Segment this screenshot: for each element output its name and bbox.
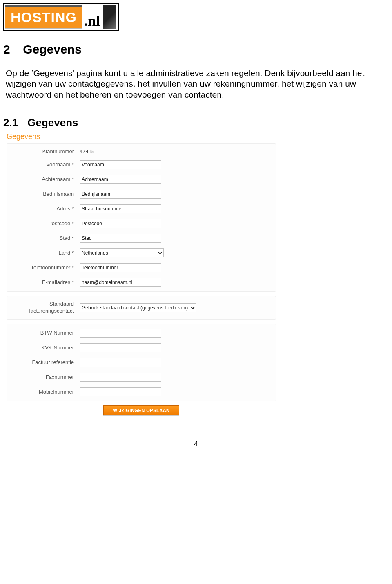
stad-label: Stad * <box>9 235 80 241</box>
voornaam-input[interactable] <box>80 160 161 169</box>
telefoon-input[interactable] <box>80 263 161 272</box>
section-heading: 2 Gegevens <box>3 43 389 56</box>
gegevens-panel: Gegevens Klantnummer 47415 Voornaam * Ac… <box>7 131 385 415</box>
billing-select[interactable]: Gebruik standaard contact (gegevens hier… <box>80 303 196 312</box>
postcode-input[interactable] <box>80 219 161 228</box>
kvk-input[interactable] <box>80 343 161 352</box>
factuurref-label: Factuur referentie <box>9 359 80 365</box>
land-select[interactable]: Netherlands <box>80 248 164 257</box>
save-button[interactable]: WIJZIGINGEN OPSLAAN <box>103 405 179 415</box>
logo-tld-text: .nl <box>82 5 103 29</box>
logo-brand-text: HOSTING <box>5 5 82 29</box>
fax-input[interactable] <box>80 373 161 382</box>
klantnummer-value: 47415 <box>80 148 273 154</box>
email-label: E-mailadres * <box>9 279 80 285</box>
postcode-label: Postcode * <box>9 220 80 226</box>
bedrijfsnaam-label: Bedrijfsnaam <box>9 191 80 197</box>
extra-block: BTW Nummer KVK Nummer Factuur referentie… <box>7 324 276 401</box>
email-input[interactable] <box>80 278 161 287</box>
subsection-number: 2.1 <box>3 116 24 129</box>
bedrijfsnaam-input[interactable] <box>80 190 161 199</box>
klantnummer-label: Klantnummer <box>9 148 80 154</box>
section-title: Gegevens <box>23 43 81 56</box>
btw-input[interactable] <box>80 329 161 338</box>
adres-label: Adres * <box>9 206 80 212</box>
achternaam-label: Achternaam * <box>9 176 80 182</box>
fax-label: Faxnummer <box>9 374 80 380</box>
factuurref-input[interactable] <box>80 358 161 367</box>
subsection-title: Gegevens <box>27 116 78 129</box>
brand-logo: HOSTING .nl <box>3 3 119 31</box>
mobiel-input[interactable] <box>80 387 161 396</box>
mobiel-label: Mobielnummer <box>9 389 80 395</box>
customer-block: Klantnummer 47415 Voornaam * Achternaam … <box>7 143 276 292</box>
intro-paragraph: Op de ‘Gegevens’ pagina kunt u alle admi… <box>6 68 386 100</box>
section-number: 2 <box>3 43 20 56</box>
telefoon-label: Telefoonnummer * <box>9 264 80 271</box>
voornaam-label: Voornaam * <box>9 161 80 168</box>
subsection-heading: 2.1 Gegevens <box>3 116 389 129</box>
panel-title: Gegevens <box>7 131 385 143</box>
billing-label: Standaard factureringscontact <box>9 301 80 315</box>
billing-block: Standaard factureringscontact Gebruik st… <box>7 296 276 320</box>
kvk-label: KVK Nummer <box>9 345 80 351</box>
adres-input[interactable] <box>80 204 161 213</box>
page-number: 4 <box>3 440 389 448</box>
land-label: Land * <box>9 250 80 256</box>
logo-square-icon <box>103 5 116 29</box>
achternaam-input[interactable] <box>80 175 161 184</box>
stad-input[interactable] <box>80 234 161 243</box>
btw-label: BTW Nummer <box>9 330 80 336</box>
